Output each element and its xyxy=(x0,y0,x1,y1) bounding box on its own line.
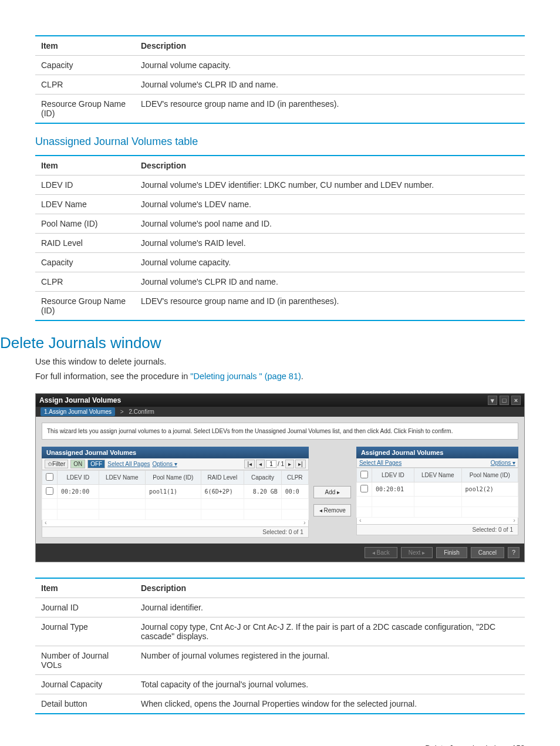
table-row[interactable]: 00:20:00 pool1(1) 6(6D+2P) 8.20 GB 00:0 xyxy=(42,485,309,499)
horizontal-scrollbar[interactable] xyxy=(42,520,309,527)
finish-button[interactable]: Finish xyxy=(436,547,467,558)
toolbar-left: ✩Filter ON OFF Select All Pages Options … xyxy=(42,458,309,470)
help-button[interactable]: ? xyxy=(508,547,519,558)
grid-selection-status: Selected: 0 of 1 xyxy=(42,527,309,538)
close-icon[interactable]: × xyxy=(511,396,521,405)
select-all-pages[interactable]: Select All Pages xyxy=(107,461,150,467)
table-row[interactable]: 00:20:01 pool2(2) xyxy=(356,482,518,497)
wizard-titlebar: Assign Journal Volumes ▾ □ × xyxy=(36,394,524,407)
filter-button[interactable]: ✩Filter xyxy=(45,460,68,468)
col-ldev-name[interactable]: LDEV Name xyxy=(99,471,145,485)
link-deleting-journals[interactable]: "Deleting journals " (page 81) xyxy=(190,372,301,381)
grid-unassigned: LDEV ID LDEV Name Pool Name (ID) RAID Le… xyxy=(42,470,309,520)
cancel-button[interactable]: Cancel xyxy=(471,547,504,558)
col-item: Item xyxy=(35,578,135,598)
options-menu[interactable]: Options ▾ xyxy=(153,461,177,467)
remove-button[interactable]: ◂ Remove xyxy=(313,504,351,517)
wizard-title: Assign Journal Volumes xyxy=(39,396,121,404)
table-row: Journal IDJournal identifier. xyxy=(35,598,525,617)
col-desc: Description xyxy=(135,36,525,56)
heading-delete-journals: Delete Journals window xyxy=(0,334,525,352)
breadcrumb-step-1[interactable]: 1.Assign Journal Volumes xyxy=(41,407,115,416)
row-checkbox[interactable] xyxy=(46,487,53,495)
options-menu[interactable]: Options ▾ xyxy=(491,460,515,466)
col-item: Item xyxy=(35,36,135,56)
select-all-pages[interactable]: Select All Pages xyxy=(359,460,402,466)
table-row: Resource Group Name (ID)LDEV's resource … xyxy=(35,94,525,124)
row-checkbox[interactable] xyxy=(360,485,368,492)
table-row: LDEV NameJournal volume's LDEV name. xyxy=(35,195,525,214)
table-row: LDEV IDJournal volume's LDEV identifier:… xyxy=(35,175,525,195)
wizard-assign-journal-volumes: Assign Journal Volumes ▾ □ × 1.Assign Jo… xyxy=(35,393,525,562)
table-delete: Item Description Journal IDJournal ident… xyxy=(35,578,525,714)
table-row: Journal TypeJournal copy type, Cnt Ac-J … xyxy=(35,617,525,646)
col-capacity[interactable]: Capacity xyxy=(244,471,282,485)
filter-on[interactable]: ON xyxy=(70,460,85,468)
col-pool[interactable]: Pool Name (ID) xyxy=(461,468,518,482)
col-ldev-id[interactable]: LDEV ID xyxy=(372,468,414,482)
checkbox-all[interactable] xyxy=(42,471,58,485)
col-clpr[interactable]: CLPR xyxy=(281,471,308,485)
page-last-icon[interactable]: ▸| xyxy=(295,460,306,468)
page-prev-icon[interactable]: ◂ xyxy=(256,460,265,468)
panel-title-unassigned: Unassigned Journal Volumes xyxy=(42,447,309,458)
col-raid[interactable]: RAID Level xyxy=(201,471,244,485)
col-ldev-id[interactable]: LDEV ID xyxy=(58,471,99,485)
table-row: CLPRJournal volume's CLPR ID and name. xyxy=(35,272,525,292)
breadcrumb-step-2[interactable]: 2.Confirm xyxy=(129,409,154,415)
back-button[interactable]: ◂ Back xyxy=(365,547,397,558)
col-pool[interactable]: Pool Name (ID) xyxy=(145,471,201,485)
paragraph: Use this window to delete journals. xyxy=(35,356,525,368)
paragraph: For full information, see the procedure … xyxy=(35,370,525,383)
toolbar-right: Select All Pages Options ▾ xyxy=(356,458,518,468)
col-ldev-name[interactable]: LDEV Name xyxy=(414,468,461,482)
table-row: Detail buttonWhen clicked, opens the Jou… xyxy=(35,694,525,714)
wizard-breadcrumb: 1.Assign Journal Volumes > 2.Confirm xyxy=(36,407,524,417)
checkbox-all[interactable] xyxy=(356,468,372,482)
page-footer: Delete Journals window 153 xyxy=(35,744,525,746)
add-button[interactable]: Add ▸ xyxy=(313,486,351,498)
table-row: Number of Journal VOLsNumber of journal … xyxy=(35,646,525,675)
table-top: Item Description CapacityJournal volume … xyxy=(35,35,525,124)
wizard-footer: ◂ Back Next ▸ Finish Cancel ? xyxy=(36,544,524,562)
table-unassigned: Item Description LDEV IDJournal volume's… xyxy=(35,155,525,321)
horizontal-scrollbar[interactable] xyxy=(356,518,518,525)
panel-title-assigned: Assigned Journal Volumes xyxy=(356,447,518,458)
table-row: Pool Name (ID)Journal volume's pool name… xyxy=(35,214,525,234)
maximize-icon[interactable]: □ xyxy=(500,396,509,405)
table-row: CLPRJournal volume's CLPR ID and name. xyxy=(35,75,525,94)
table-row: CapacityJournal volume capacity. xyxy=(35,56,525,75)
wizard-description: This wizard lets you assign journal volu… xyxy=(42,423,518,440)
table-row: Journal CapacityTotal capacity of the jo… xyxy=(35,675,525,694)
table-row: RAID LevelJournal volume's RAID level. xyxy=(35,234,525,253)
page-total: / 1 xyxy=(278,461,284,467)
col-item: Item xyxy=(35,156,135,175)
next-button[interactable]: Next ▸ xyxy=(401,547,433,558)
col-desc: Description xyxy=(135,578,525,598)
col-desc: Description xyxy=(135,156,525,175)
page-next-icon[interactable]: ▸ xyxy=(285,460,294,468)
pin-icon[interactable]: ▾ xyxy=(488,396,497,405)
page-first-icon[interactable]: |◂ xyxy=(244,460,255,468)
heading-unassigned: Unassigned Journal Volumes table xyxy=(35,136,525,148)
table-row: CapacityJournal volume capacity. xyxy=(35,253,525,272)
grid-selection-status: Selected: 0 of 1 xyxy=(356,525,518,535)
grid-assigned: LDEV ID LDEV Name Pool Name (ID) 00:20:0… xyxy=(356,468,518,518)
filter-off[interactable]: OFF xyxy=(87,460,105,468)
page-input[interactable] xyxy=(266,460,276,468)
table-row: Resource Group Name (ID)LDEV's resource … xyxy=(35,292,525,321)
